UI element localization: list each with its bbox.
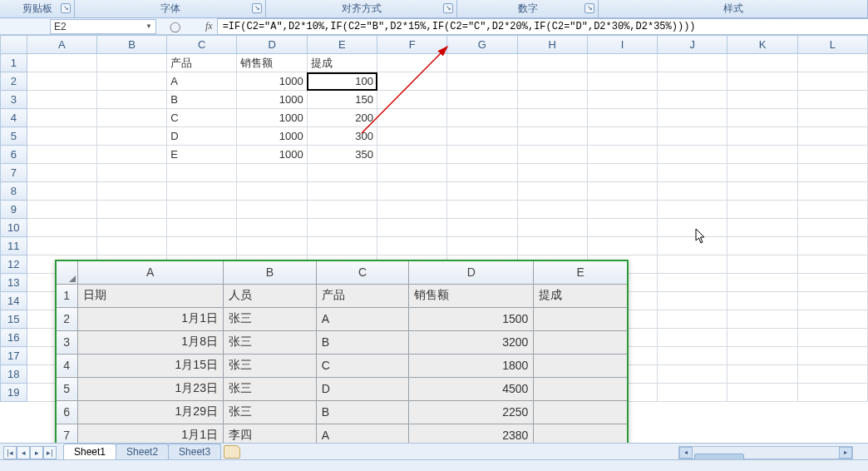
cell[interactable] — [377, 164, 447, 182]
cell[interactable] — [96, 109, 166, 127]
sheet-tab[interactable]: Sheet2 — [116, 444, 169, 459]
row-header[interactable]: 15 — [1, 310, 27, 329]
cell[interactable] — [377, 182, 447, 201]
cell[interactable]: 350 — [307, 146, 377, 164]
cell[interactable]: 销售额 — [237, 54, 307, 72]
row-header[interactable]: 3 — [1, 91, 27, 109]
row-header[interactable]: 11 — [1, 237, 27, 255]
cell[interactable] — [797, 274, 867, 292]
formula-input[interactable] — [218, 19, 868, 34]
cell[interactable] — [658, 91, 727, 109]
cell[interactable] — [658, 54, 727, 72]
cell[interactable] — [307, 182, 377, 201]
cell[interactable] — [658, 274, 727, 292]
cell[interactable] — [167, 182, 237, 201]
cell[interactable] — [587, 91, 657, 109]
cell[interactable] — [797, 164, 867, 182]
cell[interactable] — [727, 109, 797, 127]
cell[interactable] — [727, 310, 797, 329]
cell[interactable] — [96, 164, 166, 182]
cell[interactable] — [377, 91, 447, 109]
cell[interactable] — [27, 164, 96, 182]
ribbon-group-number[interactable]: 数字 ↘ — [457, 0, 599, 17]
col-header[interactable]: H — [517, 36, 587, 54]
cell[interactable] — [167, 201, 237, 219]
fx-icon[interactable]: fx — [205, 20, 213, 32]
cell[interactable] — [447, 201, 517, 219]
row-header[interactable]: 17 — [1, 347, 27, 365]
cell[interactable] — [447, 91, 517, 109]
cell[interactable]: 1000 — [237, 109, 307, 127]
cell[interactable] — [658, 237, 727, 255]
cell[interactable] — [587, 54, 657, 72]
cell[interactable] — [797, 219, 867, 237]
cell[interactable]: 100 — [307, 72, 377, 91]
cell[interactable] — [658, 109, 727, 127]
cell[interactable] — [658, 146, 727, 164]
cell[interactable] — [797, 384, 867, 402]
cell[interactable] — [797, 109, 867, 127]
cell[interactable] — [727, 384, 797, 402]
cell[interactable] — [727, 201, 797, 219]
cell[interactable] — [517, 182, 587, 201]
tab-nav-last-icon[interactable]: ▸| — [43, 446, 57, 459]
cell[interactable] — [517, 219, 587, 237]
cell[interactable] — [447, 237, 517, 255]
cell[interactable]: E — [167, 146, 237, 164]
cell[interactable] — [27, 201, 96, 219]
row-header[interactable]: 6 — [1, 146, 27, 164]
col-header[interactable]: J — [658, 36, 727, 54]
cell[interactable] — [307, 219, 377, 237]
name-box[interactable]: E2 ▼ — [50, 19, 156, 34]
cell[interactable] — [517, 54, 587, 72]
cell[interactable]: 1000 — [237, 91, 307, 109]
cell[interactable] — [727, 274, 797, 292]
ribbon-group-clipboard[interactable]: 剪贴板 ↘ — [0, 0, 75, 17]
cell[interactable] — [377, 219, 447, 237]
cell[interactable] — [96, 127, 166, 146]
tab-nav-prev-icon[interactable]: ◂ — [17, 446, 30, 459]
sheet-tab[interactable]: Sheet1 — [63, 444, 116, 459]
row-header[interactable]: 13 — [1, 274, 27, 292]
cell[interactable] — [447, 219, 517, 237]
cell[interactable] — [96, 91, 166, 109]
col-header[interactable]: A — [27, 36, 96, 54]
cell[interactable] — [517, 109, 587, 127]
cell[interactable] — [447, 146, 517, 164]
cell[interactable] — [658, 347, 727, 365]
cell[interactable] — [377, 127, 447, 146]
cell[interactable] — [727, 347, 797, 365]
row-header[interactable]: 10 — [1, 219, 27, 237]
cell[interactable] — [447, 72, 517, 91]
horizontal-scrollbar[interactable]: ◂ ▸ — [678, 446, 853, 459]
cell[interactable] — [27, 146, 96, 164]
cell[interactable] — [27, 127, 96, 146]
cell[interactable] — [167, 237, 237, 255]
col-header[interactable]: K — [727, 36, 797, 54]
cell[interactable] — [587, 201, 657, 219]
cell[interactable]: 300 — [307, 127, 377, 146]
row-header[interactable]: 7 — [1, 164, 27, 182]
tab-nav-first-icon[interactable]: |◂ — [3, 446, 17, 459]
cell[interactable] — [167, 219, 237, 237]
ribbon-group-align[interactable]: 对齐方式 ↘ — [266, 0, 457, 17]
row-header[interactable]: 2 — [1, 72, 27, 91]
col-header[interactable]: D — [237, 36, 307, 54]
cell[interactable] — [377, 201, 447, 219]
cell[interactable] — [797, 182, 867, 201]
dialog-launcher-icon[interactable]: ↘ — [443, 3, 453, 13]
cell[interactable] — [797, 72, 867, 91]
cell[interactable] — [587, 164, 657, 182]
cell[interactable] — [727, 54, 797, 72]
cell[interactable] — [447, 127, 517, 146]
cell[interactable] — [658, 219, 727, 237]
cell[interactable] — [307, 237, 377, 255]
cell[interactable] — [96, 72, 166, 91]
cell[interactable] — [658, 182, 727, 201]
cell[interactable] — [96, 182, 166, 201]
cell[interactable] — [658, 310, 727, 329]
cell[interactable] — [237, 219, 307, 237]
cell[interactable] — [797, 292, 867, 310]
worksheet-area[interactable]: A B C D E F G H I J K L 1产品销售额提成2A100010… — [0, 35, 868, 448]
cell[interactable] — [727, 237, 797, 255]
